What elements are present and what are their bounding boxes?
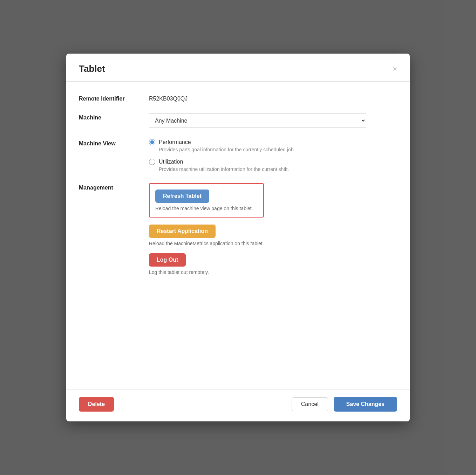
cancel-button[interactable]: Cancel xyxy=(292,397,328,411)
management-label: Management xyxy=(79,183,149,191)
save-changes-button[interactable]: Save Changes xyxy=(334,397,397,412)
logout-button[interactable]: Log Out xyxy=(149,253,186,267)
modal-body: Remote Identifier R52KB03Q0QJ Machine An… xyxy=(66,82,410,390)
remote-identifier-row: Remote Identifier R52KB03Q0QJ xyxy=(79,94,397,102)
management-section: Refresh Tablet Reload the machine view p… xyxy=(149,183,264,282)
footer-actions: Cancel Save Changes xyxy=(292,397,397,412)
performance-label[interactable]: Performance xyxy=(159,139,191,145)
machine-view-label: Machine View xyxy=(79,139,149,147)
refresh-tablet-button[interactable]: Refresh Tablet xyxy=(155,190,209,203)
modal-dialog: Tablet × Remote Identifier R52KB03Q0QJ M… xyxy=(66,54,410,421)
modal-header: Tablet × xyxy=(66,54,410,82)
refresh-description: Reload the machine view page on this tab… xyxy=(155,206,258,211)
delete-button[interactable]: Delete xyxy=(79,397,114,412)
machine-row: Machine Any Machine Machine 1 Machine 2 xyxy=(79,113,397,128)
machine-view-options: Performance Provides parts goal informat… xyxy=(149,139,295,172)
machine-view-row: Machine View Performance Provides parts … xyxy=(79,139,397,172)
remote-identifier-value: R52KB03Q0QJ xyxy=(149,94,188,102)
restart-description: Reload the MachineMetrics application on… xyxy=(149,241,264,246)
management-row: Management Refresh Tablet Reload the mac… xyxy=(79,183,397,282)
logout-description: Log this tablet out remotely. xyxy=(149,269,264,275)
close-button[interactable]: × xyxy=(393,65,397,73)
performance-radio[interactable] xyxy=(149,139,155,145)
utilization-description: Provides machine utilization information… xyxy=(159,166,295,172)
performance-option: Performance Provides parts goal informat… xyxy=(149,139,295,152)
refresh-block: Refresh Tablet Reload the machine view p… xyxy=(149,183,264,218)
modal-footer: Delete Cancel Save Changes xyxy=(66,390,410,421)
performance-description: Provides parts goal information for the … xyxy=(159,147,295,152)
modal-title: Tablet xyxy=(79,63,105,74)
utilization-radio[interactable] xyxy=(149,159,155,165)
utilization-option: Utilization Provides machine utilization… xyxy=(149,159,295,172)
logout-block: Log Out Log this tablet out remotely. xyxy=(149,253,264,275)
remote-identifier-label: Remote Identifier xyxy=(79,94,149,102)
restart-application-button[interactable]: Restart Application xyxy=(149,225,216,238)
restart-block: Restart Application Reload the MachineMe… xyxy=(149,225,264,246)
utilization-label[interactable]: Utilization xyxy=(159,159,183,165)
machine-label: Machine xyxy=(79,113,149,121)
machine-select[interactable]: Any Machine Machine 1 Machine 2 xyxy=(149,113,366,128)
